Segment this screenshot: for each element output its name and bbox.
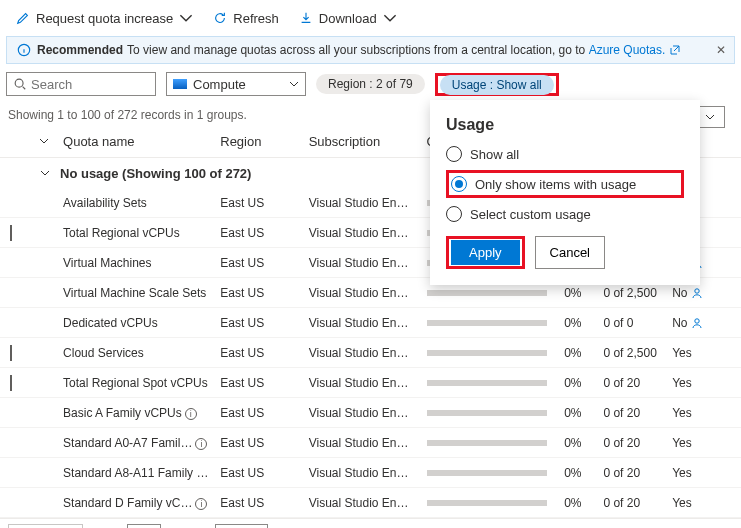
info-icon[interactable]: i	[211, 468, 220, 480]
col-quota-name[interactable]: Quota name	[63, 134, 220, 149]
subscription-cell: Visual Studio En…	[309, 466, 427, 480]
table-row[interactable]: Standard A0-A7 Famil…iEast USVisual Stud…	[0, 428, 741, 458]
quota-name: Standard A0-A7 Famil…i	[63, 436, 220, 450]
search-input-container[interactable]	[6, 72, 156, 96]
quota-cell: 0 of 20	[603, 466, 672, 480]
adjustable-cell: No	[672, 286, 741, 300]
usage-filter-pill[interactable]: Usage : Show all	[440, 75, 554, 95]
download-label: Download	[319, 11, 377, 26]
quota-cell: 0 of 2,500	[603, 286, 672, 300]
region-cell: East US	[220, 316, 308, 330]
next-page-button[interactable]: Next >	[215, 524, 268, 529]
col-subscription[interactable]: Subscription	[309, 134, 427, 149]
quota-name: Dedicated vCPUs	[63, 316, 220, 330]
region-cell: East US	[220, 226, 308, 240]
info-icon[interactable]: i	[195, 438, 207, 450]
usage-bar	[427, 500, 547, 506]
azure-quotas-link[interactable]: Azure Quotas.	[589, 43, 666, 57]
chevron-down-icon[interactable]	[40, 168, 50, 178]
row-checkbox[interactable]	[10, 225, 12, 241]
quota-name: Basic A Family vCPUsi	[63, 406, 220, 420]
highlight-radio-usage: Only show items with usage	[446, 170, 684, 198]
adjustable-cell: Yes	[672, 436, 741, 450]
command-bar: Request quota increase Refresh Download	[0, 0, 741, 36]
usage-pct: 0%	[564, 406, 603, 420]
cancel-button[interactable]: Cancel	[535, 236, 605, 269]
group-label: No usage (Showing 100 of 272)	[60, 166, 251, 181]
table-row[interactable]: Basic A Family vCPUsiEast USVisual Studi…	[0, 398, 741, 428]
info-icon[interactable]: i	[195, 498, 207, 510]
table-row[interactable]: Standard A8-A11 Family …iEast USVisual S…	[0, 458, 741, 488]
usage-bar	[427, 290, 547, 296]
adjustable-cell: Yes	[672, 466, 741, 480]
banner-recommended: Recommended	[37, 43, 123, 57]
quota-name: Standard A8-A11 Family …i	[63, 466, 220, 480]
info-icon[interactable]: i	[185, 408, 197, 420]
apply-button[interactable]: Apply	[451, 240, 520, 265]
usage-pct: 0%	[564, 436, 603, 450]
row-checkbox[interactable]	[10, 375, 12, 391]
banner-close-button[interactable]: ✕	[716, 43, 726, 57]
provider-dropdown[interactable]: Compute	[166, 72, 306, 96]
radio-custom[interactable]: Select custom usage	[446, 206, 684, 222]
region-cell: East US	[220, 346, 308, 360]
chevron-down-icon	[705, 112, 715, 122]
region-cell: East US	[220, 406, 308, 420]
highlight-apply: Apply	[446, 236, 525, 269]
svg-point-1	[15, 79, 23, 87]
region-cell: East US	[220, 496, 308, 510]
usage-filter-popup: Usage Show all Only show items with usag…	[430, 100, 700, 285]
table-row[interactable]: Standard D Family vC…iEast USVisual Stud…	[0, 488, 741, 518]
quota-name: Total Regional vCPUs	[63, 226, 220, 240]
radio-only-usage[interactable]: Only show items with usage	[451, 176, 679, 192]
external-link-icon	[669, 44, 681, 56]
table-row[interactable]: Cloud ServicesEast USVisual Studio En…0%…	[0, 338, 741, 368]
subscription-cell: Visual Studio En…	[309, 436, 427, 450]
subscription-cell: Visual Studio En…	[309, 316, 427, 330]
usage-pct: 0%	[564, 346, 603, 360]
radio-icon	[446, 206, 462, 222]
row-checkbox[interactable]	[10, 345, 12, 361]
chevron-down-icon[interactable]	[39, 136, 49, 146]
col-region[interactable]: Region	[220, 134, 308, 149]
adjustable-cell: No	[672, 316, 741, 330]
recommendation-banner: Recommended To view and manage quotas ac…	[6, 36, 735, 64]
adjustable-cell: Yes	[672, 376, 741, 390]
subscription-cell: Visual Studio En…	[309, 286, 427, 300]
subscription-cell: Visual Studio En…	[309, 196, 427, 210]
quota-name: Total Regional Spot vCPUs	[63, 376, 220, 390]
refresh-button[interactable]: Refresh	[205, 7, 287, 30]
region-cell: East US	[220, 256, 308, 270]
pager: < Previous Page of 3 Next >	[0, 518, 741, 528]
quota-name: Standard D Family vC…i	[63, 496, 220, 510]
popup-title: Usage	[446, 116, 684, 134]
prev-page-button[interactable]: < Previous	[8, 524, 83, 529]
refresh-label: Refresh	[233, 11, 279, 26]
filter-row: Compute Region : 2 of 79 Usage : Show al…	[0, 64, 741, 104]
table-row[interactable]: Dedicated vCPUsEast USVisual Studio En…0…	[0, 308, 741, 338]
radio-show-all[interactable]: Show all	[446, 146, 684, 162]
usage-pct: 0%	[564, 376, 603, 390]
svg-point-3	[694, 289, 698, 293]
table-row[interactable]: Total Regional Spot vCPUsEast USVisual S…	[0, 368, 741, 398]
subscription-cell: Visual Studio En…	[309, 346, 427, 360]
region-cell: East US	[220, 436, 308, 450]
info-icon	[17, 43, 31, 57]
usage-bar	[427, 440, 547, 446]
adjustable-cell: Yes	[672, 496, 741, 510]
usage-bar	[427, 320, 547, 326]
region-cell: East US	[220, 376, 308, 390]
quota-name: Availability Sets	[63, 196, 220, 210]
pencil-icon	[16, 11, 30, 25]
page-input[interactable]	[127, 524, 161, 529]
usage-bar	[427, 470, 547, 476]
chevron-down-icon	[383, 11, 397, 25]
search-input[interactable]	[31, 77, 141, 92]
request-quota-button[interactable]: Request quota increase	[8, 7, 201, 30]
person-icon	[691, 317, 703, 329]
subscription-cell: Visual Studio En…	[309, 376, 427, 390]
subscription-cell: Visual Studio En…	[309, 496, 427, 510]
adjustable-cell: Yes	[672, 346, 741, 360]
download-button[interactable]: Download	[291, 7, 405, 30]
region-filter-pill[interactable]: Region : 2 of 79	[316, 74, 425, 94]
